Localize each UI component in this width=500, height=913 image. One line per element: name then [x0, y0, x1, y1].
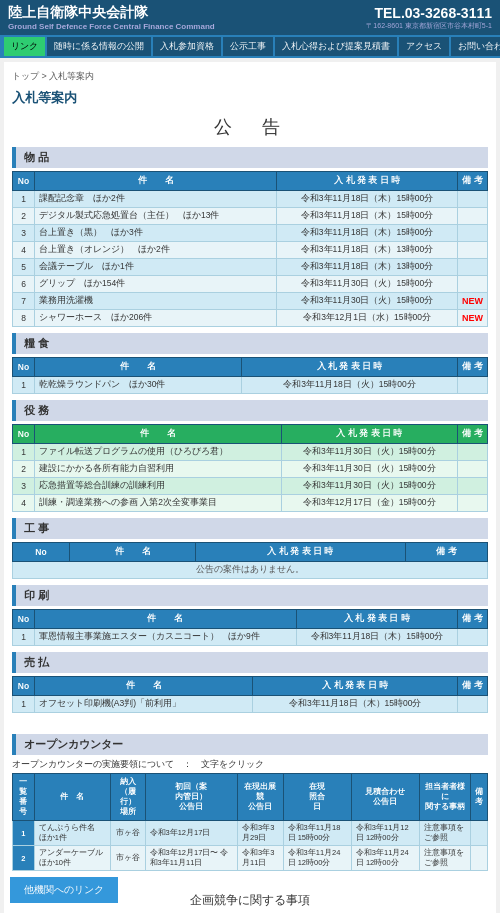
oc-row-tanto: 注意事項を ご参照 [420, 846, 471, 871]
breadcrumb: トップ > 入札等案内 [12, 70, 488, 83]
row-name: 業務用洗濯機 [35, 293, 277, 310]
row-no: 1 [13, 629, 35, 646]
row-note [458, 191, 488, 208]
shokuryo-table: No 件 名 入 札 発 表 日 時 備 考 1 乾乾燥ラウンドパン ほか30件… [12, 357, 488, 394]
row-name: 訓練・調達業務への参画 入第2次全変事業目 [35, 495, 282, 512]
nav-item-zuiji[interactable]: 随時に係る情報の公開 [47, 37, 151, 56]
section-bushin: 物 品 [12, 147, 488, 168]
row-no: 1 [13, 444, 35, 461]
row-name: 乾乾燥ラウンドパン ほか30件 [35, 377, 242, 394]
shokuryo-col-note: 備 考 [458, 358, 488, 377]
nav-item-koji[interactable]: 公示工事 [223, 37, 273, 56]
table-row: 1 軍恩情報主事業施エスター（カスニコート） ほか9件 令和3年11月18日（木… [13, 629, 488, 646]
baibai-col-date: 入 札 発 表 日 時 [253, 677, 458, 696]
oc-row-note [470, 846, 487, 871]
row-name: 建設にかかる各所有能力自習利用 [35, 461, 282, 478]
koji-col-no: No [13, 543, 70, 562]
table-row: 1 ファイル転送プログラムの使用（ひろびろ君） 令和3年11月30日（火）15時… [13, 444, 488, 461]
oc-row: 1 てんぷうら件名 ほか1件 市ヶ谷 令和3年12月17日 令和3年3月29日 … [13, 821, 488, 846]
row-date: 令和3年11月18日（木）13時00分 [277, 242, 458, 259]
row-name: オフセット印刷機(A3判)「前利用」 [35, 696, 253, 713]
row-note [458, 377, 488, 394]
baibai-col-name: 件 名 [35, 677, 253, 696]
oc-row-name: てんぷうら件名 ほか1件 [34, 821, 111, 846]
nav-item-shikaku[interactable]: 入札参加資格 [153, 37, 221, 56]
row-note: NEW [458, 310, 488, 327]
koji-empty-text: 公告の案件はありません。 [13, 562, 488, 579]
section-ekimu: 役 務 [12, 400, 488, 421]
row-name: シャワーホース ほか206件 [35, 310, 277, 327]
oc-row-zaigou: 令和3年11月18日 15時00分 [283, 821, 351, 846]
oc-col-note: 備考 [470, 774, 487, 821]
row-date: 令和3年11月30日（火）15時00分 [277, 293, 458, 310]
table-row: 7 業務用洗濯機 令和3年11月30日（火）15時00分 NEW [13, 293, 488, 310]
oc-row-first: 令和3年12月17日〜 令和3年11月11日 [145, 846, 238, 871]
table-row: 2 建設にかかる各所有能力自習利用 令和3年11月30日（火）15時00分 [13, 461, 488, 478]
row-date: 令和3年11月18日（火）15時00分 [241, 377, 457, 394]
row-date: 令和3年11月30日（火）15時00分 [281, 461, 457, 478]
table-row: 3 応急措置等総合訓練の訓練利用 令和3年11月30日（火）15時00分 [13, 478, 488, 495]
row-note [458, 495, 488, 512]
koji-empty-row: 公告の案件はありません。 [13, 562, 488, 579]
row-note [458, 259, 488, 276]
oc-row-first: 令和3年12月17日 [145, 821, 238, 846]
row-note [458, 629, 488, 646]
oc-col-first: 初回（案内管日）公告日 [145, 774, 238, 821]
row-note: NEW [458, 293, 488, 310]
insatsu-col-date: 入 札 発 表 日 時 [296, 610, 457, 629]
nav-item-kokoro[interactable]: 入札心得および提案見積書 [275, 37, 397, 56]
row-name: 会議テーブル ほか1件 [35, 259, 277, 276]
row-note [458, 208, 488, 225]
oc-col-no: 一覧番号 [13, 774, 35, 821]
nav-bar: リンク 随時に係る情報の公開 入札参加資格 公示工事 入札心得および提案見積書 … [0, 35, 500, 58]
row-no: 6 [13, 276, 35, 293]
ekimu-col-name: 件 名 [35, 425, 282, 444]
koji-col-note: 備 考 [405, 543, 487, 562]
row-no: 1 [13, 696, 35, 713]
row-date: 令和3年11月30日（火）15時00分 [281, 444, 457, 461]
bushin-col-date: 入 札 発 表 日 時 [277, 172, 458, 191]
page-title: 入札等案内 [12, 89, 488, 107]
site-subtitle: Ground Self Defence Force Central Financ… [8, 22, 215, 31]
table-row: 4 台上置き（オレンジ） ほか2件 令和3年11月18日（木）13時00分 [13, 242, 488, 259]
oc-table: 一覧番号 件 名 納入（履行）場所 初回（案内管日）公告日 在現出展競公告日 在… [12, 773, 488, 871]
koji-col-name: 件 名 [70, 543, 196, 562]
row-no: 3 [13, 478, 35, 495]
table-row: 2 デジタル製式応急処置台（主任） ほか13件 令和3年11月18日（木）15時… [13, 208, 488, 225]
row-name: グリップ ほか154件 [35, 276, 277, 293]
nav-item-toiawase[interactable]: お問い合わせ [451, 37, 500, 56]
ekimu-col-note: 備 考 [458, 425, 488, 444]
row-date: 令和3年11月18日（木）15時00分 [253, 696, 458, 713]
table-row: 1 乾乾燥ラウンドパン ほか30件 令和3年11月18日（火）15時00分 [13, 377, 488, 394]
row-note [458, 444, 488, 461]
section-koji: 工 事 [12, 518, 488, 539]
oc-col-name: 件 名 [34, 774, 111, 821]
table-row: 5 会議テーブル ほか1件 令和3年11月18日（木）13時00分 [13, 259, 488, 276]
row-name: ファイル転送プログラムの使用（ひろびろ君） [35, 444, 282, 461]
row-no: 1 [13, 191, 35, 208]
koji-col-date: 入 札 発 表 日 時 [196, 543, 406, 562]
insatsu-col-name: 件 名 [35, 610, 297, 629]
baibai-table: No 件 名 入 札 発 表 日 時 備 考 1 オフセット印刷機(A3判)「前… [12, 676, 488, 713]
baibai-col-note: 備 考 [458, 677, 488, 696]
other-link-button[interactable]: 他機関へのリンク [10, 877, 118, 903]
row-no: 3 [13, 225, 35, 242]
nav-item-access[interactable]: アクセス [399, 37, 449, 56]
site-title: 陸上自衛隊中央会計隊 [8, 4, 215, 22]
nav-item-link[interactable]: リンク [4, 37, 45, 56]
row-name: 軍恩情報主事業施エスター（カスニコート） ほか9件 [35, 629, 297, 646]
header-left: 陸上自衛隊中央会計隊 Ground Self Defence Force Cen… [8, 4, 215, 31]
oc-row-zaihi: 令和3年3月29日 [238, 821, 284, 846]
table-row: 1 オフセット印刷機(A3判)「前利用」 令和3年11月18日（木）15時00分 [13, 696, 488, 713]
table-row: 3 台上置き（黒） ほか3件 令和3年11月18日（木）15時00分 [13, 225, 488, 242]
header-tel: TEL.03-3268-3111 [366, 5, 492, 21]
table-row: 1 課配記念章 ほか2件 令和3年11月18日（木）15時00分 [13, 191, 488, 208]
row-note [458, 478, 488, 495]
baibai-col-no: No [13, 677, 35, 696]
oc-row-place: 市ヶ谷 [111, 821, 145, 846]
row-date: 令和3年11月18日（木）15時00分 [277, 225, 458, 242]
oc-row: 2 アンダーケーブル ほか10件 市ヶ谷 令和3年12月17日〜 令和3年11月… [13, 846, 488, 871]
oc-row-no: 1 [13, 821, 35, 846]
section-shokuryo: 糧 食 [12, 333, 488, 354]
row-date: 令和3年11月18日（木）15時00分 [277, 208, 458, 225]
